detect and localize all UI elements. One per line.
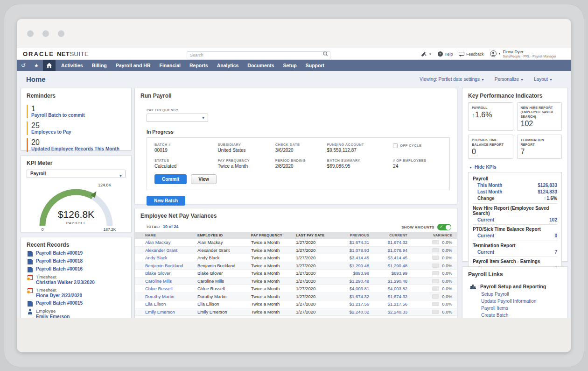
kpi-list-item: Current 7 — [473, 249, 557, 255]
record-link[interactable]: Christian Walker 2/23/2020 — [36, 280, 95, 285]
kpi-row-link[interactable]: Last Month — [477, 189, 502, 194]
view-button[interactable]: View — [191, 174, 217, 184]
kpi-tile[interactable]: PTO/SICK TIME BALANCE REPORT 0 — [468, 135, 513, 159]
show-amounts-toggle[interactable]: ✓ — [437, 224, 451, 230]
current-amount-link[interactable]: $2,240.33 — [388, 309, 407, 314]
commit-button[interactable]: Commit — [154, 174, 187, 184]
batch-field-label: SUBSIDIARY — [218, 143, 275, 147]
kpi-tile-label: TERMINATION REPORT — [521, 138, 559, 147]
previous-amount-link[interactable]: $1,290.48 — [350, 278, 369, 284]
current-amount-link[interactable]: $1,674.32 — [388, 240, 407, 245]
kpi-tile[interactable]: NEW HIRE REPORT (EMPLOYEE SAVED SEARCH) … — [517, 102, 562, 131]
nav-menu-item[interactable]: Payroll and HR — [116, 63, 151, 68]
kpi-tile[interactable]: PAYROLL 1.6% — [468, 102, 513, 131]
column-header[interactable]: PAY FREQUENCY — [243, 233, 288, 237]
previous-amount-link[interactable]: $1,674.32 — [350, 294, 369, 299]
record-link[interactable]: Payroll Batch #00018 — [36, 258, 83, 264]
employee-name-link[interactable]: Alexander Grant — [145, 248, 177, 253]
employee-name-link[interactable]: Caroline Mills — [145, 278, 172, 284]
reminder-item[interactable]: 25 Employees to Pay — [27, 121, 131, 135]
total-value-link[interactable]: 10 of 24 — [163, 224, 179, 229]
reminder-item[interactable]: 20 Updated Employee Records This Month — [27, 138, 131, 152]
feedback-button[interactable]: Feedback — [459, 52, 483, 57]
reminder-link[interactable]: Payroll Batch to commit — [31, 113, 131, 118]
column-header[interactable]: EMPLOYEE ID — [189, 233, 243, 237]
previous-amount-link[interactable]: $1,217.56 — [350, 301, 369, 307]
nav-menu-item[interactable]: Financial — [159, 63, 181, 68]
user-menu[interactable]: ▼ Fiona Dyer SuitePeople - PRL - Payroll… — [490, 50, 556, 58]
record-link[interactable]: Payroll Batch #00015 — [36, 300, 83, 306]
search-icon[interactable] — [323, 51, 328, 57]
nav-menu-item[interactable]: Setup — [283, 63, 297, 68]
batch-field-value: 00019 — [154, 148, 218, 153]
column-header[interactable]: CURRENT — [381, 233, 420, 237]
column-header[interactable]: VARIANCE — [420, 233, 458, 237]
employee-name-link[interactable]: Blake Glover — [145, 271, 170, 276]
off-cycle-checkbox[interactable] — [393, 143, 398, 148]
previous-amount-link[interactable]: $1,290.48 — [350, 263, 369, 268]
table-row: Andy Black Andy Black Twice a Month 1/27… — [135, 254, 457, 262]
reminder-item[interactable]: 1 Payroll Batch to commit — [27, 105, 131, 118]
home-tab-icon[interactable] — [43, 60, 56, 71]
kpi-meter-select[interactable]: Payroll ▼ — [27, 170, 126, 178]
hide-kpis-toggle[interactable]: ▼Hide KPIs — [469, 164, 561, 170]
new-batch-button[interactable]: New Batch — [147, 196, 185, 206]
previous-amount-link[interactable]: $893.98 — [353, 271, 369, 276]
pay-frequency-select[interactable]: ▼ — [147, 114, 208, 122]
previous-amount-link[interactable]: $3,414.45 — [350, 255, 369, 260]
nav-menu-item[interactable]: Documents — [247, 63, 274, 68]
kpi-row-link[interactable]: Current — [477, 233, 494, 238]
previous-amount-link[interactable]: $2,240.32 — [350, 309, 369, 314]
search-input[interactable] — [187, 51, 330, 59]
help-button[interactable]: ? Help — [438, 51, 453, 57]
record-link[interactable]: Fiona Dyer 2/23/2020 — [36, 293, 82, 299]
payroll-link[interactable]: Setup Payroll — [481, 291, 567, 298]
employee-name-link[interactable]: Alan Mackay — [145, 240, 170, 245]
column-header[interactable]: NAME — [135, 233, 189, 237]
layout-menu[interactable]: Layout▼ — [534, 77, 553, 82]
payroll-link[interactable]: Payroll Items — [481, 305, 567, 312]
kpi-row-link[interactable]: This Month — [477, 183, 502, 188]
current-amount-link[interactable]: $1,078.94 — [388, 248, 407, 253]
payroll-link[interactable]: Update Payroll Information — [481, 298, 567, 305]
employee-name-link[interactable]: Emily Emerson — [145, 309, 175, 314]
kpi-tile[interactable]: TERMINATION REPORT 7 — [517, 135, 562, 159]
nav-menu-item[interactable]: Analytics — [217, 63, 239, 68]
personalize-menu[interactable]: Personalize▼ — [495, 77, 524, 82]
nav-menu-item[interactable]: Billing — [92, 63, 107, 68]
current-amount-link[interactable]: $3,414.45 — [388, 255, 407, 260]
previous-amount-link[interactable]: $1,674.31 — [350, 240, 369, 245]
reminder-link[interactable]: Updated Employee Records This Month — [31, 146, 131, 152]
kpi-row-link[interactable]: Current — [477, 250, 494, 255]
previous-amount-link[interactable]: $1,078.93 — [350, 248, 369, 253]
payroll-link[interactable]: Create Batch — [481, 312, 567, 318]
viewing-settings-menu[interactable]: Viewing: Portlet date settings▼ — [420, 77, 484, 82]
record-link[interactable]: Payroll Batch #00016 — [36, 266, 83, 272]
employee-name-link[interactable]: Chloe Russell — [145, 286, 173, 291]
shortcuts-star-icon[interactable]: ★ — [30, 60, 43, 71]
kpi-row-link[interactable]: Current — [477, 217, 494, 222]
nav-menu-item[interactable]: Activities — [61, 63, 83, 68]
employee-name-link[interactable]: Benjamin Buckland — [145, 263, 183, 268]
quick-launch-menu[interactable]: ▼ — [421, 51, 432, 57]
current-amount-link[interactable]: $1,217.56 — [388, 301, 407, 307]
employee-id-cell: Andy Black — [189, 255, 243, 260]
previous-amount-link[interactable]: $4,003.81 — [350, 286, 369, 291]
current-amount-link[interactable]: $893.99 — [392, 271, 407, 276]
employee-name-link[interactable]: Ella Ellson — [145, 301, 166, 307]
nav-menu-item[interactable]: Support — [306, 63, 324, 68]
record-link[interactable]: Payroll Batch #00019 — [36, 250, 83, 256]
current-amount-link[interactable]: $1,290.48 — [388, 263, 407, 268]
recent-history-icon[interactable]: ↺ — [17, 60, 30, 71]
kpi-row-link[interactable]: Change — [477, 196, 495, 201]
employee-name-link[interactable]: Andy Black — [145, 255, 168, 260]
current-amount-link[interactable]: $4,003.82 — [388, 286, 407, 291]
column-header[interactable]: LAST PAY DATE — [288, 233, 339, 237]
nav-menu-item[interactable]: Reports — [189, 63, 208, 68]
current-amount-link[interactable]: $1,674.32 — [388, 294, 407, 299]
reminder-link[interactable]: Employees to Pay — [31, 129, 131, 135]
column-header[interactable]: PREVIOUS — [339, 233, 381, 237]
current-amount-link[interactable]: $1,290.48 — [388, 278, 407, 284]
employee-name-link[interactable]: Dorothy Martin — [145, 294, 174, 299]
record-link[interactable]: Emily Emerson — [36, 314, 70, 318]
